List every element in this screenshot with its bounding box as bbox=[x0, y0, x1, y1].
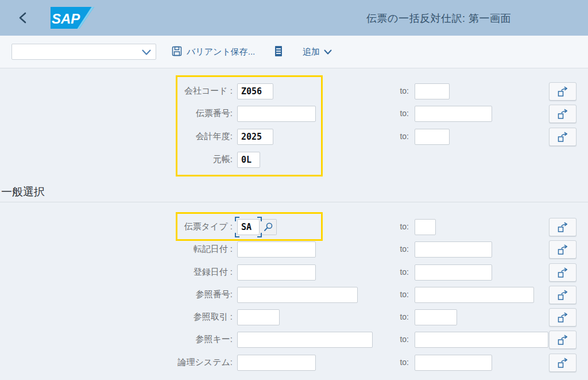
section-divider bbox=[0, 202, 588, 202]
logical-system-to-input[interactable] bbox=[415, 355, 492, 371]
fiscal-year-to-input[interactable] bbox=[415, 129, 450, 145]
field-label: 伝票番号: bbox=[60, 108, 233, 119]
field-row-reference-key: 参照キー: to: bbox=[0, 332, 588, 348]
to-label: to: bbox=[381, 132, 409, 141]
reference-key-to-input[interactable] bbox=[415, 332, 548, 348]
multi-select-button[interactable] bbox=[549, 218, 577, 236]
multi-select-icon bbox=[556, 357, 569, 369]
page-title: 伝票の一括反対仕訳: 第一画面 bbox=[366, 11, 511, 25]
field-row-company-code: 会社コード : to: bbox=[0, 83, 588, 99]
save-icon bbox=[171, 45, 183, 59]
company-code-input[interactable] bbox=[237, 83, 273, 99]
multi-select-button[interactable] bbox=[549, 308, 577, 327]
search-icon bbox=[263, 222, 273, 232]
reference-transaction-to-input[interactable] bbox=[415, 309, 457, 325]
multi-select-icon bbox=[556, 108, 569, 120]
variant-combobox[interactable] bbox=[11, 44, 156, 60]
sap-logo: SAP bbox=[51, 7, 94, 31]
reference-key-input[interactable] bbox=[237, 332, 373, 348]
toolbar: バリアント保存... 追加 bbox=[0, 36, 588, 68]
multi-select-button[interactable] bbox=[549, 105, 577, 123]
field-row-posting-date: 転記日付 : to: bbox=[0, 241, 588, 258]
save-variant-label: バリアント保存... bbox=[187, 47, 255, 57]
variant-list-icon bbox=[273, 45, 284, 59]
multi-select-icon bbox=[556, 312, 569, 323]
chevron-down-icon bbox=[142, 49, 151, 56]
multi-select-icon bbox=[556, 244, 569, 255]
posting-date-input[interactable] bbox=[237, 241, 316, 258]
field-label: 論理システム: bbox=[60, 357, 233, 368]
field-label: 伝票タイプ : bbox=[60, 221, 233, 232]
multi-select-icon bbox=[556, 86, 569, 97]
multi-select-button[interactable] bbox=[549, 128, 577, 146]
value-help-button[interactable] bbox=[260, 219, 277, 235]
field-label: 参照取引 : bbox=[60, 312, 233, 323]
multi-select-button[interactable] bbox=[549, 240, 577, 259]
document-type-to-input[interactable] bbox=[415, 219, 436, 235]
field-row-reference-number: 参照番号: to: bbox=[0, 287, 588, 303]
add-menu-button[interactable]: 追加 bbox=[303, 44, 332, 60]
to-label: to: bbox=[381, 267, 409, 277]
field-row-document-number: 伝票番号: to: bbox=[0, 106, 588, 122]
to-label: to: bbox=[381, 244, 409, 254]
field-row-ledger: 元帳: bbox=[0, 152, 588, 168]
document-number-input[interactable] bbox=[237, 106, 316, 122]
to-label: to: bbox=[381, 312, 409, 321]
ledger-input[interactable] bbox=[237, 152, 260, 168]
field-label: 会計年度: bbox=[60, 131, 233, 142]
field-row-reference-transaction: 参照取引 : to: bbox=[0, 309, 588, 325]
to-label: to: bbox=[381, 109, 409, 118]
section-title-general-selection: 一般選択 bbox=[1, 185, 45, 199]
multi-select-icon bbox=[556, 267, 569, 278]
multi-select-button[interactable] bbox=[549, 331, 577, 349]
document-number-to-input[interactable] bbox=[415, 106, 492, 122]
multi-select-icon bbox=[556, 221, 569, 233]
to-label: to: bbox=[381, 358, 409, 367]
to-label: to: bbox=[381, 86, 409, 95]
app-header: SAP 伝票の一括反対仕訳: 第一画面 bbox=[0, 0, 588, 36]
multi-select-button[interactable] bbox=[549, 263, 577, 282]
reference-number-input[interactable] bbox=[237, 287, 358, 303]
field-row-document-type: 伝票タイプ : to: bbox=[0, 219, 588, 235]
multi-select-button[interactable] bbox=[549, 286, 577, 304]
posting-date-to-input[interactable] bbox=[415, 241, 492, 258]
save-variant-button[interactable]: バリアント保存... bbox=[171, 44, 255, 60]
field-label: 転記日付 : bbox=[60, 244, 233, 255]
field-row-entry-date: 登録日付 : to: bbox=[0, 264, 588, 281]
multi-select-icon bbox=[556, 334, 569, 346]
multi-select-icon bbox=[556, 289, 569, 301]
field-label: 参照番号: bbox=[60, 289, 233, 300]
document-type-input[interactable] bbox=[237, 219, 260, 235]
back-button[interactable] bbox=[16, 10, 32, 26]
entry-date-input[interactable] bbox=[237, 264, 316, 281]
reference-number-to-input[interactable] bbox=[415, 287, 534, 303]
entry-date-to-input[interactable] bbox=[415, 264, 492, 281]
svg-text:SAP: SAP bbox=[52, 11, 80, 26]
field-label: 参照キー: bbox=[60, 334, 233, 345]
multi-select-button[interactable] bbox=[549, 82, 577, 101]
multi-select-icon bbox=[556, 131, 569, 143]
field-label: 元帳: bbox=[60, 154, 233, 165]
get-variant-button[interactable] bbox=[273, 44, 284, 60]
fiscal-year-input[interactable] bbox=[237, 129, 273, 145]
company-code-to-input[interactable] bbox=[415, 83, 450, 99]
reference-transaction-input[interactable] bbox=[237, 309, 280, 325]
field-row-logical-system: 論理システム: to: bbox=[0, 355, 588, 371]
field-row-fiscal-year: 会計年度: to: bbox=[0, 129, 588, 145]
field-label: 登録日付 : bbox=[60, 267, 233, 278]
logical-system-input[interactable] bbox=[237, 355, 316, 371]
to-label: to: bbox=[381, 335, 409, 344]
chevron-left-icon bbox=[16, 18, 32, 28]
field-label: 会社コード : bbox=[60, 86, 233, 97]
multi-select-button[interactable] bbox=[549, 354, 577, 372]
add-label: 追加 bbox=[303, 47, 320, 57]
to-label: to: bbox=[381, 222, 409, 231]
chevron-down-icon bbox=[324, 47, 332, 57]
to-label: to: bbox=[381, 290, 409, 299]
